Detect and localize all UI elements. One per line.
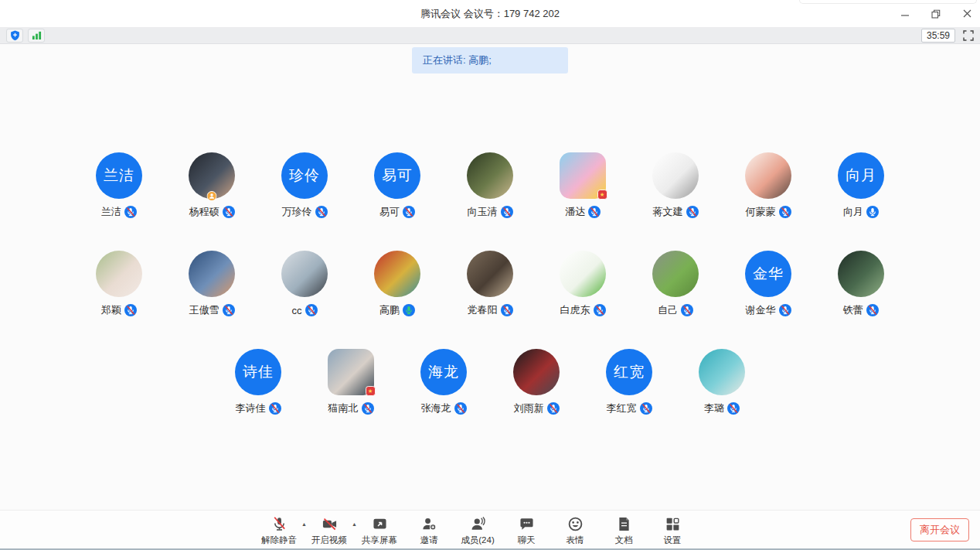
participant-avatar: ★ xyxy=(328,349,374,395)
participant-name-line: 铁蕾 xyxy=(843,303,879,317)
participant-name: 党春阳 xyxy=(468,303,498,317)
participant-name-line: 向玉清 xyxy=(468,205,513,219)
participant-name-line: cc xyxy=(292,303,318,317)
participant-name: 郑颖 xyxy=(101,303,121,317)
participant-name-line: 谢金华 xyxy=(746,303,791,317)
svg-text:★: ★ xyxy=(368,388,373,395)
participant-tile[interactable]: 杨程硕 xyxy=(165,152,258,219)
toolbar-settings-button[interactable]: 设置 xyxy=(654,514,691,546)
participant-name-line: 何蒙蒙 xyxy=(746,205,791,219)
flag-badge: ★ xyxy=(366,386,376,396)
mic-status-icon xyxy=(681,304,693,316)
participant-avatar xyxy=(467,152,513,199)
participant-name-line: 潘达 xyxy=(565,205,601,219)
toolbar-item-label: 聊天 xyxy=(518,535,536,546)
toolbar-item-label: 成员(24) xyxy=(461,535,494,546)
participant-name-line: 易可 xyxy=(379,205,415,219)
participant-tile[interactable]: 李璐 xyxy=(675,349,768,415)
restore-button[interactable] xyxy=(931,9,941,19)
participant-name: 王傲雪 xyxy=(189,303,219,317)
mic-status-icon xyxy=(223,206,235,218)
participant-name: 潘达 xyxy=(565,205,585,219)
participant-name: 杨程硕 xyxy=(189,205,219,219)
toolbar-camera-off-button[interactable]: 开启视频▲ xyxy=(310,514,349,546)
chevron-up-icon[interactable]: ▲ xyxy=(352,521,357,527)
participant-name-line: 李诗佳 xyxy=(236,401,281,415)
participant-name-line: 向月 xyxy=(843,205,879,219)
avatar-initials: 兰洁 xyxy=(104,166,134,186)
chevron-up-icon[interactable]: ▲ xyxy=(301,521,307,527)
participant-avatar: 金华 xyxy=(745,251,791,297)
participant-row: 郑颖王傲雪cc高鹏党春阳白虎东自己金华谢金华铁蕾 xyxy=(0,251,980,317)
participant-name-line: 张海龙 xyxy=(421,401,467,415)
network-status-button[interactable] xyxy=(28,29,45,43)
participant-name: 铁蕾 xyxy=(843,303,863,317)
participant-tile[interactable]: 王傲雪 xyxy=(165,251,258,317)
participant-tile[interactable]: 珍伶万珍伶 xyxy=(258,152,351,219)
meeting-timer: 35:59 xyxy=(921,29,955,43)
participant-avatar xyxy=(189,251,235,297)
participant-tile[interactable]: 红宽李红宽 xyxy=(583,349,675,415)
participant-tile[interactable]: 蒋文建 xyxy=(629,152,722,219)
avatar-initials: 向月 xyxy=(846,166,876,186)
participant-avatar xyxy=(652,152,699,199)
participant-tile[interactable]: 党春阳 xyxy=(444,251,536,317)
participant-tile[interactable]: 诗佳李诗佳 xyxy=(212,349,305,415)
participant-avatar: 珍伶 xyxy=(281,152,328,199)
avatar-initials: 易可 xyxy=(382,166,413,186)
toolbar-share-screen-button[interactable]: 共享屏幕 xyxy=(360,514,399,546)
toolbar-docs-button[interactable]: 文档 xyxy=(605,514,642,546)
camera-off-icon xyxy=(322,516,338,532)
minimize-button[interactable] xyxy=(900,9,910,19)
participant-name: 蒋文建 xyxy=(653,205,683,219)
toolbar-item-label: 邀请 xyxy=(420,535,438,546)
participant-tile[interactable]: ★潘达 xyxy=(536,152,629,219)
leave-meeting-button[interactable]: 离开会议 xyxy=(910,518,969,541)
participant-tile[interactable]: 向玉清 xyxy=(444,152,536,219)
toolbar-chat-button[interactable]: 聊天 xyxy=(508,514,545,546)
participant-tile[interactable]: 金华谢金华 xyxy=(722,251,815,317)
settings-icon xyxy=(665,516,681,532)
participant-tile[interactable]: 海龙张海龙 xyxy=(397,349,490,415)
participant-name-line: 李璐 xyxy=(704,401,740,415)
mic-status-icon xyxy=(403,304,415,316)
participant-name: 李璐 xyxy=(704,401,724,415)
participant-tile[interactable]: 何蒙蒙 xyxy=(722,152,815,219)
participant-tile[interactable]: 高鹏 xyxy=(351,251,444,317)
participant-name: 万珍伶 xyxy=(282,205,312,219)
participant-tile[interactable]: 自己 xyxy=(629,251,722,317)
svg-text:★: ★ xyxy=(600,191,605,198)
mic-status-icon xyxy=(588,206,601,218)
window-title: 腾讯会议 会议号：179 742 202 xyxy=(420,7,560,21)
toolbar-items: 解除静音▲开启视频▲共享屏幕邀请成员(24)聊天表情文档设置 xyxy=(260,511,691,549)
toolbar-invite-button[interactable]: 邀请 xyxy=(410,514,447,546)
avatar-initials: 海龙 xyxy=(428,362,459,382)
toolbar-item-label: 文档 xyxy=(615,535,633,546)
participant-tile[interactable]: 刘雨新 xyxy=(490,349,583,415)
participant-tile[interactable]: 兰洁兰洁 xyxy=(73,152,165,219)
participant-tile[interactable]: 易可易可 xyxy=(351,152,444,219)
participant-name: 向月 xyxy=(843,205,863,219)
mic-status-icon xyxy=(640,402,652,415)
mic-status-icon xyxy=(686,206,699,218)
participant-tile[interactable]: ★猫南北 xyxy=(305,349,397,415)
toolbar-mic-muted-button[interactable]: 解除静音▲ xyxy=(260,514,298,546)
fullscreen-button[interactable] xyxy=(963,30,974,41)
participant-name-line: 杨程硕 xyxy=(189,205,235,219)
participant-tile[interactable]: 白虎东 xyxy=(536,251,629,317)
mic-status-icon xyxy=(594,304,606,316)
participant-avatar xyxy=(467,251,513,297)
avatar-initials: 红宽 xyxy=(614,362,645,382)
participant-name-line: 李红宽 xyxy=(607,401,652,415)
close-button[interactable] xyxy=(961,9,972,19)
participant-tile[interactable]: 铁蕾 xyxy=(815,251,907,317)
toolbar-emoji-button[interactable]: 表情 xyxy=(556,514,594,546)
meeting-canvas: 正在讲话: 高鹏; 兰洁兰洁杨程硕珍伶万珍伶易可易可向玉清★潘达蒋文建何蒙蒙向月… xyxy=(0,47,980,510)
participant-tile[interactable]: 郑颖 xyxy=(73,251,165,317)
toolbar-members-button[interactable]: 成员(24) xyxy=(459,514,496,546)
participant-name-line: 蒋文建 xyxy=(653,205,699,219)
meeting-security-button[interactable] xyxy=(6,29,23,43)
participant-tile[interactable]: 向月向月 xyxy=(815,152,907,219)
mic-status-icon xyxy=(305,304,318,316)
participant-tile[interactable]: cc xyxy=(258,251,351,317)
